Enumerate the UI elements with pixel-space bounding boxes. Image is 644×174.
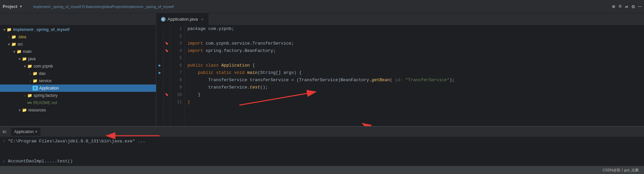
code-area: ▶ ▶ 🔖 🔖 � — [156, 25, 644, 126]
folder-icon: 📁 — [7, 27, 12, 32]
tree-label-com-yzpnb: com.yzpnb — [34, 64, 53, 69]
globe-icon[interactable]: ⊕ — [612, 3, 615, 10]
run-icon-6[interactable]: ▶ — [156, 62, 163, 69]
code-line-10: } — [188, 91, 641, 98]
gutter: ▶ ▶ — [156, 25, 164, 126]
code-line-8: TransferService transferService = (Trans… — [188, 77, 641, 84]
tree-arrow: ▼ — [12, 50, 17, 54]
tree-item-java[interactable]: ▼ 📁 java — [0, 55, 156, 63]
project-label[interactable]: Project — [3, 4, 17, 9]
code-line-6: public class Application { — [188, 62, 641, 69]
title-bar-icons: ⊕ ≡ ⇌ ⚙ — — [612, 3, 641, 10]
sidebar: ▼ 📁 implement-_spring_of_myself › 📁 .ide… — [0, 25, 156, 126]
panel-tab-label: Application — [14, 129, 34, 134]
code-line-9: transferService.test(); — [188, 84, 641, 91]
tree-item-resources[interactable]: ▼ 📁 resources — [0, 106, 156, 114]
tab-close-icon[interactable]: × — [201, 17, 203, 21]
tree-label-dao: dao — [39, 71, 46, 76]
tree-arrow: › — [7, 35, 11, 39]
tree-item-root[interactable]: ▼ 📁 implement-_spring_of_myself — [0, 26, 156, 33]
tree-item-dao[interactable]: › 📁 dao — [0, 70, 156, 77]
tree-item-src[interactable]: ▼ 📁 src — [0, 41, 156, 48]
tree-arrow: › — [28, 72, 33, 76]
panel-tab-application[interactable]: Application × — [11, 128, 41, 136]
code-line-4: import spring.factory.BeanFactory; — [188, 47, 641, 55]
status-bar: CSDN@殷丨grd_志鹏 — [0, 166, 644, 174]
code-lines: package com.yzpnb; import com.yzpnb.serv… — [185, 25, 644, 126]
java-file-icon: C — [161, 17, 166, 22]
java-class-icon: C — [33, 86, 38, 90]
tree-container[interactable]: ▼ 📁 implement-_spring_of_myself › 📁 .ide… — [0, 25, 156, 126]
tree-label-root: implement-_spring_of_myself — [13, 27, 69, 32]
tree-item-readme[interactable]: MD README.md — [0, 99, 156, 106]
tree-arrow — [28, 87, 33, 90]
settings-icon[interactable]: ⚙ — [632, 3, 635, 10]
code-line-3: import com.yzpnb.service.TransferService… — [188, 40, 641, 47]
code-line-11: } — [188, 98, 641, 106]
sync-icon[interactable]: ⇌ — [625, 3, 628, 10]
tree-label-spring-factory: spring.factory — [34, 93, 58, 98]
folder-icon: 📁 — [11, 35, 16, 39]
menu-icon[interactable]: ≡ — [619, 4, 622, 10]
project-path: implement-_spring_of_myself D:\biancheng… — [33, 5, 174, 9]
minimize-icon[interactable]: — — [638, 4, 641, 10]
folder-icon: 📁 — [27, 64, 32, 69]
tree-label-src: src — [18, 42, 23, 47]
tree-label-resources: resources — [28, 108, 46, 112]
code-line-1: package com.yzpnb; — [188, 25, 641, 33]
status-text: CSDN@殷丨grd_志鹏 — [603, 168, 639, 173]
tree-label-idea: .idea — [18, 35, 26, 39]
tree-arrow: ▼ — [17, 108, 22, 112]
tree-arrow: ▼ — [7, 43, 11, 46]
panel-up-arrow: ↑ — [3, 138, 5, 145]
folder-icon: 📁 — [33, 71, 38, 76]
code-line-5 — [188, 55, 641, 62]
tree-label-main: main — [23, 49, 32, 54]
project-dropdown-icon[interactable]: ▼ — [19, 5, 23, 8]
panel-tab-bar: in: Application × — [0, 127, 644, 137]
bookmark-3: 🔖 — [164, 40, 170, 47]
tree-arrow: ▼ — [2, 28, 7, 32]
panel-tab-close-icon[interactable]: × — [35, 129, 37, 134]
title-bar-left: Project ▼ implement-_spring_of_myself D:… — [3, 4, 174, 9]
tree-item-spring-factory[interactable]: › 📁 spring.factory — [0, 92, 156, 99]
panel-content: ↑ "C:\Program Files\Java\jdk1.8.0_131\bi… — [0, 137, 644, 166]
tree-label-readme: README.md — [33, 100, 57, 105]
code-line-2 — [188, 33, 641, 40]
folder-icon: 📁 — [17, 49, 22, 54]
folder-icon: 📁 — [11, 42, 16, 47]
tab-bar: C Application.java × — [0, 13, 644, 25]
folder-icon: 📁 — [33, 79, 38, 83]
tree-item-com-yzpnb[interactable]: ▼ 📁 com.yzpnb — [0, 63, 156, 70]
tree-arrow — [23, 101, 27, 105]
panel-line-1: ↑ "C:\Program Files\Java\jdk1.8.0_131\bi… — [3, 138, 641, 145]
bookmark-10: 🔖 — [164, 91, 170, 98]
bottom-panel: in: Application × ↑ "C:\Program Files\Ja… — [0, 126, 644, 166]
code-line-7: public static void main(String[] args) { — [188, 69, 641, 77]
line-numbers: 1 2 3 4 5 6 7 8 9 10 11 — [170, 25, 185, 126]
tree-item-idea[interactable]: › 📁 .idea — [0, 33, 156, 41]
tree-item-main[interactable]: ▼ 📁 main — [0, 48, 156, 55]
tree-arrow: › — [23, 94, 27, 97]
tree-item-application[interactable]: C Application — [0, 85, 156, 92]
editor[interactable]: ▶ ▶ 🔖 🔖 � — [156, 25, 644, 126]
tree-item-service[interactable]: › 📁 service — [0, 77, 156, 85]
tree-label-service: service — [39, 79, 52, 83]
tree-arrow: ▼ — [23, 65, 27, 68]
md-file-icon: MD — [27, 101, 32, 104]
folder-icon: 📁 — [27, 93, 32, 98]
tab-label: Application.java — [168, 17, 198, 22]
title-bar: Project ▼ implement-_spring_of_myself D:… — [0, 0, 644, 13]
panel-down-arrow: ↓ — [3, 158, 5, 165]
ide-window: Project ▼ implement-_spring_of_myself D:… — [0, 0, 644, 174]
bookmark-gutter: 🔖 🔖 🔖 — [164, 25, 170, 126]
run-icon-7[interactable]: ▶ — [156, 69, 163, 77]
panel-in-label: in: — [3, 129, 7, 134]
tab-application-java[interactable]: C Application.java × — [156, 13, 208, 25]
bookmark-4: 🔖 — [164, 47, 170, 55]
folder-icon: 📁 — [22, 57, 27, 61]
main-content: ▼ 📁 implement-_spring_of_myself › 📁 .ide… — [0, 25, 644, 126]
folder-icon: 📁 — [22, 108, 27, 112]
tree-label-java: java — [28, 57, 36, 61]
tree-arrow: › — [28, 79, 33, 83]
